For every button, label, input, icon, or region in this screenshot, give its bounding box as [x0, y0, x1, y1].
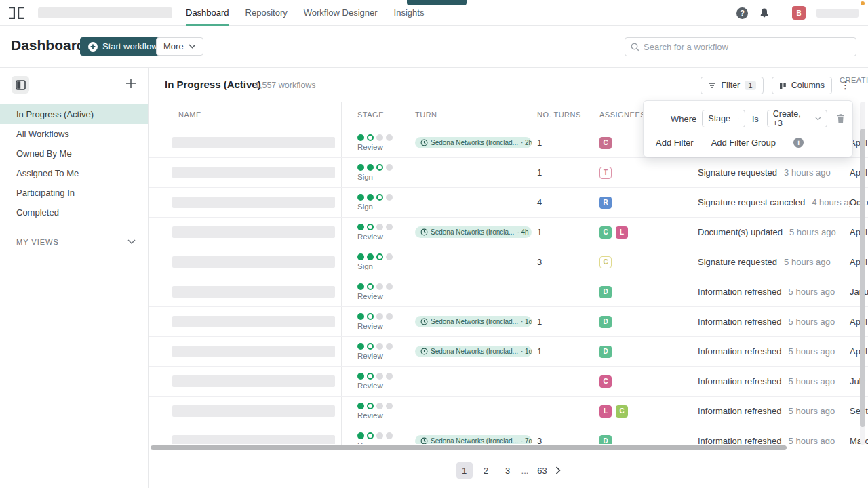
sidebar-item-in-progress-active-[interactable]: In Progress (Active) — [0, 104, 148, 124]
table-row[interactable]: Sign 4 R Signature request canceled 4 ho… — [149, 188, 868, 218]
stage-label: Sign — [357, 203, 407, 211]
add-filter-button[interactable]: Add Filter — [656, 138, 694, 148]
filter-button[interactable]: Filter 1 — [701, 77, 763, 94]
vertical-scrollbar[interactable] — [860, 102, 865, 445]
filter-field-select[interactable]: Stage — [702, 110, 745, 127]
stage-progress-dots — [357, 403, 407, 409]
columns-button[interactable]: Columns — [772, 77, 832, 94]
assignee-avatar: D — [599, 346, 612, 358]
stage-label: Review — [357, 143, 407, 151]
my-views-toggle[interactable]: MY VIEWS — [0, 232, 148, 251]
stage-cell: Review — [341, 283, 407, 300]
table-row[interactable]: Sign 3 C Signature requested 5 hours ago… — [149, 247, 868, 277]
bell-icon[interactable] — [759, 7, 770, 18]
activity-label: Information refreshed — [698, 436, 782, 444]
turn-cell: Sedona Networks (Ironclad... · 1d — [407, 316, 529, 328]
stage-dot — [357, 373, 364, 380]
stage-dot — [376, 432, 383, 439]
stage-dot — [386, 134, 393, 141]
last-activity-cell: Signature request canceled 4 hours ago — [692, 197, 850, 207]
user-avatar[interactable]: B — [792, 6, 806, 20]
ironclad-logo — [7, 3, 26, 22]
column-header-name[interactable]: NAME — [163, 110, 341, 119]
turn-badge[interactable]: Sedona Networks (Ironclad... · 1d — [415, 346, 532, 357]
table-title: In Progress (Active) — [165, 79, 261, 90]
delete-filter-icon[interactable] — [837, 114, 844, 123]
turn-badge[interactable]: Sedona Networks (Ironcla... · 4h — [415, 226, 532, 238]
stage-dot — [376, 283, 383, 290]
table-row[interactable]: Review Sedona Networks (Ironclad... · 7d… — [149, 426, 868, 444]
stage-progress-dots — [357, 343, 407, 350]
stage-progress-dots — [357, 134, 407, 141]
operator-label: is — [752, 114, 758, 124]
table-row[interactable]: Sign 1 T Signature requested 3 hours ago… — [149, 158, 868, 188]
turn-badge[interactable]: Sedona Networks (Ironclad... · 7d — [415, 435, 532, 445]
nav-tab-repository[interactable]: Repository — [245, 0, 288, 26]
activity-time: 5 hours ago — [789, 227, 836, 237]
name-redacted — [172, 256, 335, 268]
stage-cell: Review — [341, 432, 407, 444]
vertical-scrollbar-thumb[interactable] — [860, 129, 865, 427]
start-workflow-button[interactable]: Start workflow — [80, 37, 166, 56]
sidebar-item-owned-by-me[interactable]: Owned By Me — [0, 144, 148, 163]
sidebar-item-assigned-to-me[interactable]: Assigned To Me — [0, 163, 148, 183]
notification-dot — [861, 1, 865, 5]
name-cell — [163, 286, 341, 298]
table-row[interactable]: Review C Information refreshed 5 hours a… — [149, 367, 868, 396]
stage-dot — [367, 224, 374, 230]
add-view-button[interactable] — [125, 77, 137, 89]
column-header-stage[interactable]: STAGE — [341, 110, 407, 119]
stage-cell: Review — [341, 134, 407, 151]
info-icon[interactable]: i — [793, 138, 804, 148]
help-icon[interactable]: ? — [736, 7, 748, 19]
column-header-no-turns[interactable]: NO. TURNS — [529, 110, 590, 119]
horizontal-scrollbar[interactable] — [151, 445, 787, 450]
add-filter-group-button[interactable]: Add Filter Group — [711, 138, 776, 148]
assignee-avatar: C — [616, 405, 628, 418]
stage-progress-dots — [357, 373, 407, 380]
chevron-right-icon — [555, 466, 561, 474]
column-header-turn[interactable]: TURN — [407, 110, 529, 119]
sidebar-item-participating-in[interactable]: Participating In — [0, 183, 148, 203]
column-header-creation-date[interactable]: CREATION DATE — [840, 76, 868, 84]
nav-tab-workflow-designer[interactable]: Workflow Designer — [304, 0, 378, 26]
page-button-1[interactable]: 1 — [456, 462, 473, 479]
name-redacted — [172, 405, 335, 417]
stage-dot — [386, 224, 393, 230]
stage-dot — [386, 373, 393, 380]
table-row[interactable]: Review D Information refreshed 5 hours a… — [149, 277, 868, 307]
stage-dot — [386, 253, 393, 260]
more-button[interactable]: More — [156, 37, 203, 56]
turn-badge-label: Sedona Networks (Ironclad... — [431, 437, 518, 445]
chevron-down-icon — [815, 117, 821, 121]
no-turns-cell: 3 — [529, 436, 590, 444]
stage-dot — [357, 194, 364, 201]
next-page-button[interactable] — [555, 466, 561, 474]
turn-badge[interactable]: Sedona Networks (Ironclad... · 1d — [415, 316, 532, 327]
page-button-2[interactable]: 2 — [478, 462, 494, 479]
filter-value-select[interactable]: Create, +3 — [767, 110, 827, 127]
activity-time: 5 hours ago — [789, 287, 835, 297]
page-title: Dashboard — [11, 37, 85, 54]
assignees-cell: R — [590, 197, 692, 209]
stage-dot — [367, 164, 374, 171]
nav-tab-dashboard[interactable]: Dashboard — [186, 0, 229, 26]
stage-label: Review — [357, 411, 407, 420]
page-button-63[interactable]: 63 — [534, 462, 550, 479]
sidebar-item-all-workflows[interactable]: All Workflows — [0, 124, 148, 144]
table-row[interactable]: Review Sedona Networks (Ironcla... · 4h … — [149, 218, 868, 247]
table-row[interactable]: Review Sedona Networks (Ironclad... · 1d… — [149, 337, 868, 367]
stage-dot — [376, 403, 383, 409]
panel-toggle-button[interactable] — [12, 76, 29, 94]
page-button-3[interactable]: 3 — [500, 462, 516, 479]
turn-badge[interactable]: Sedona Networks (Ironclad... · 2h — [415, 137, 532, 148]
assignees-cell: D — [590, 346, 692, 358]
assignees-cell: T — [590, 167, 692, 179]
activity-label: Information refreshed — [698, 317, 782, 327]
turn-cell: Sedona Networks (Ironcla... · 4h — [407, 226, 529, 239]
search-input[interactable] — [644, 42, 850, 52]
more-label: More — [163, 41, 184, 52]
table-row[interactable]: Review LC Information refreshed 5 hours … — [149, 396, 868, 426]
sidebar-item-completed[interactable]: Completed — [0, 203, 148, 222]
table-row[interactable]: Review Sedona Networks (Ironclad... · 1d… — [149, 307, 868, 337]
